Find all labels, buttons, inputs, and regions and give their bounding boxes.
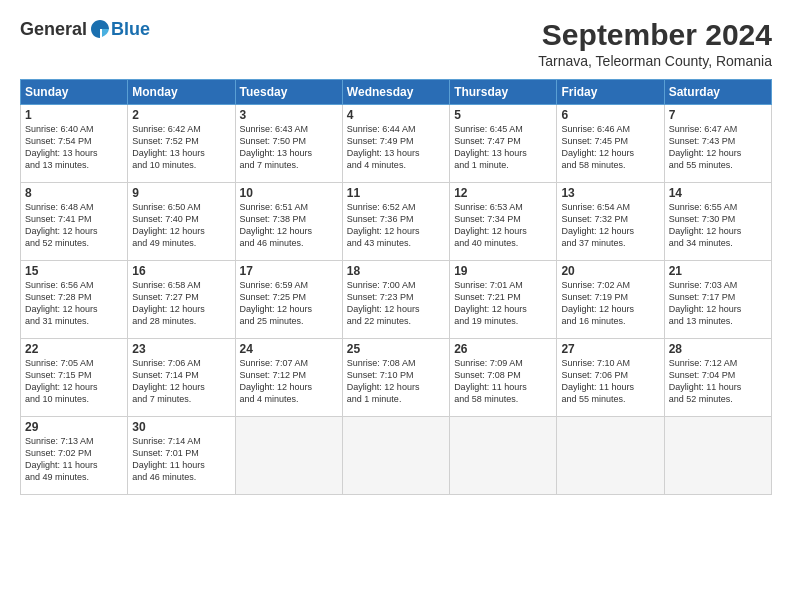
col-wednesday: Wednesday [342, 80, 449, 105]
day-info: Sunrise: 6:54 AM Sunset: 7:32 PM Dayligh… [561, 201, 659, 250]
day-cell: 14Sunrise: 6:55 AM Sunset: 7:30 PM Dayli… [664, 183, 771, 261]
day-number: 21 [669, 264, 767, 278]
logo: General Blue [20, 18, 150, 40]
header: General Blue September 2024 Tarnava, Tel… [20, 18, 772, 69]
day-number: 25 [347, 342, 445, 356]
day-number: 15 [25, 264, 123, 278]
day-info: Sunrise: 6:52 AM Sunset: 7:36 PM Dayligh… [347, 201, 445, 250]
calendar: Sunday Monday Tuesday Wednesday Thursday… [20, 79, 772, 495]
logo-general-text: General [20, 19, 87, 40]
day-cell: 9Sunrise: 6:50 AM Sunset: 7:40 PM Daylig… [128, 183, 235, 261]
day-number: 11 [347, 186, 445, 200]
day-cell: 4Sunrise: 6:44 AM Sunset: 7:49 PM Daylig… [342, 105, 449, 183]
day-number: 23 [132, 342, 230, 356]
day-number: 8 [25, 186, 123, 200]
day-info: Sunrise: 6:47 AM Sunset: 7:43 PM Dayligh… [669, 123, 767, 172]
day-cell: 12Sunrise: 6:53 AM Sunset: 7:34 PM Dayli… [450, 183, 557, 261]
day-cell: 2Sunrise: 6:42 AM Sunset: 7:52 PM Daylig… [128, 105, 235, 183]
day-info: Sunrise: 6:55 AM Sunset: 7:30 PM Dayligh… [669, 201, 767, 250]
day-number: 19 [454, 264, 552, 278]
day-number: 3 [240, 108, 338, 122]
day-info: Sunrise: 7:13 AM Sunset: 7:02 PM Dayligh… [25, 435, 123, 484]
day-info: Sunrise: 6:53 AM Sunset: 7:34 PM Dayligh… [454, 201, 552, 250]
day-cell: 10Sunrise: 6:51 AM Sunset: 7:38 PM Dayli… [235, 183, 342, 261]
day-cell: 5Sunrise: 6:45 AM Sunset: 7:47 PM Daylig… [450, 105, 557, 183]
day-cell: 30Sunrise: 7:14 AM Sunset: 7:01 PM Dayli… [128, 417, 235, 495]
day-cell: 16Sunrise: 6:58 AM Sunset: 7:27 PM Dayli… [128, 261, 235, 339]
day-info: Sunrise: 6:51 AM Sunset: 7:38 PM Dayligh… [240, 201, 338, 250]
logo-icon [89, 18, 111, 40]
page: General Blue September 2024 Tarnava, Tel… [0, 0, 792, 612]
day-number: 28 [669, 342, 767, 356]
day-info: Sunrise: 7:10 AM Sunset: 7:06 PM Dayligh… [561, 357, 659, 406]
day-number: 12 [454, 186, 552, 200]
day-cell: 19Sunrise: 7:01 AM Sunset: 7:21 PM Dayli… [450, 261, 557, 339]
day-number: 22 [25, 342, 123, 356]
day-info: Sunrise: 6:42 AM Sunset: 7:52 PM Dayligh… [132, 123, 230, 172]
day-number: 30 [132, 420, 230, 434]
logo-blue-text: Blue [111, 19, 150, 40]
day-cell: 23Sunrise: 7:06 AM Sunset: 7:14 PM Dayli… [128, 339, 235, 417]
day-info: Sunrise: 7:14 AM Sunset: 7:01 PM Dayligh… [132, 435, 230, 484]
day-cell: 13Sunrise: 6:54 AM Sunset: 7:32 PM Dayli… [557, 183, 664, 261]
day-cell: 8Sunrise: 6:48 AM Sunset: 7:41 PM Daylig… [21, 183, 128, 261]
day-cell: 7Sunrise: 6:47 AM Sunset: 7:43 PM Daylig… [664, 105, 771, 183]
day-number: 14 [669, 186, 767, 200]
day-number: 4 [347, 108, 445, 122]
day-number: 10 [240, 186, 338, 200]
day-cell [342, 417, 449, 495]
day-info: Sunrise: 6:44 AM Sunset: 7:49 PM Dayligh… [347, 123, 445, 172]
day-cell [664, 417, 771, 495]
col-friday: Friday [557, 80, 664, 105]
location: Tarnava, Teleorman County, Romania [538, 53, 772, 69]
day-info: Sunrise: 7:01 AM Sunset: 7:21 PM Dayligh… [454, 279, 552, 328]
day-cell: 15Sunrise: 6:56 AM Sunset: 7:28 PM Dayli… [21, 261, 128, 339]
day-info: Sunrise: 6:45 AM Sunset: 7:47 PM Dayligh… [454, 123, 552, 172]
day-info: Sunrise: 6:59 AM Sunset: 7:25 PM Dayligh… [240, 279, 338, 328]
month-title: September 2024 [538, 18, 772, 51]
col-sunday: Sunday [21, 80, 128, 105]
col-thursday: Thursday [450, 80, 557, 105]
day-cell: 21Sunrise: 7:03 AM Sunset: 7:17 PM Dayli… [664, 261, 771, 339]
week-row-1: 1Sunrise: 6:40 AM Sunset: 7:54 PM Daylig… [21, 105, 772, 183]
day-number: 9 [132, 186, 230, 200]
day-cell: 6Sunrise: 6:46 AM Sunset: 7:45 PM Daylig… [557, 105, 664, 183]
day-number: 26 [454, 342, 552, 356]
day-cell: 29Sunrise: 7:13 AM Sunset: 7:02 PM Dayli… [21, 417, 128, 495]
day-info: Sunrise: 7:05 AM Sunset: 7:15 PM Dayligh… [25, 357, 123, 406]
day-info: Sunrise: 7:00 AM Sunset: 7:23 PM Dayligh… [347, 279, 445, 328]
day-cell [235, 417, 342, 495]
week-row-3: 15Sunrise: 6:56 AM Sunset: 7:28 PM Dayli… [21, 261, 772, 339]
day-number: 18 [347, 264, 445, 278]
day-info: Sunrise: 6:58 AM Sunset: 7:27 PM Dayligh… [132, 279, 230, 328]
day-info: Sunrise: 6:50 AM Sunset: 7:40 PM Dayligh… [132, 201, 230, 250]
day-number: 20 [561, 264, 659, 278]
day-info: Sunrise: 7:06 AM Sunset: 7:14 PM Dayligh… [132, 357, 230, 406]
day-info: Sunrise: 6:43 AM Sunset: 7:50 PM Dayligh… [240, 123, 338, 172]
day-number: 17 [240, 264, 338, 278]
day-cell: 28Sunrise: 7:12 AM Sunset: 7:04 PM Dayli… [664, 339, 771, 417]
day-number: 13 [561, 186, 659, 200]
day-cell: 27Sunrise: 7:10 AM Sunset: 7:06 PM Dayli… [557, 339, 664, 417]
day-info: Sunrise: 6:56 AM Sunset: 7:28 PM Dayligh… [25, 279, 123, 328]
day-cell: 22Sunrise: 7:05 AM Sunset: 7:15 PM Dayli… [21, 339, 128, 417]
week-row-2: 8Sunrise: 6:48 AM Sunset: 7:41 PM Daylig… [21, 183, 772, 261]
day-cell: 25Sunrise: 7:08 AM Sunset: 7:10 PM Dayli… [342, 339, 449, 417]
title-block: September 2024 Tarnava, Teleorman County… [538, 18, 772, 69]
day-number: 5 [454, 108, 552, 122]
day-cell: 3Sunrise: 6:43 AM Sunset: 7:50 PM Daylig… [235, 105, 342, 183]
day-number: 27 [561, 342, 659, 356]
day-number: 16 [132, 264, 230, 278]
day-cell: 26Sunrise: 7:09 AM Sunset: 7:08 PM Dayli… [450, 339, 557, 417]
col-tuesday: Tuesday [235, 80, 342, 105]
day-cell [557, 417, 664, 495]
col-monday: Monday [128, 80, 235, 105]
day-info: Sunrise: 6:46 AM Sunset: 7:45 PM Dayligh… [561, 123, 659, 172]
day-number: 1 [25, 108, 123, 122]
week-row-4: 22Sunrise: 7:05 AM Sunset: 7:15 PM Dayli… [21, 339, 772, 417]
day-cell: 1Sunrise: 6:40 AM Sunset: 7:54 PM Daylig… [21, 105, 128, 183]
day-number: 6 [561, 108, 659, 122]
day-info: Sunrise: 7:09 AM Sunset: 7:08 PM Dayligh… [454, 357, 552, 406]
day-info: Sunrise: 7:08 AM Sunset: 7:10 PM Dayligh… [347, 357, 445, 406]
day-info: Sunrise: 6:40 AM Sunset: 7:54 PM Dayligh… [25, 123, 123, 172]
